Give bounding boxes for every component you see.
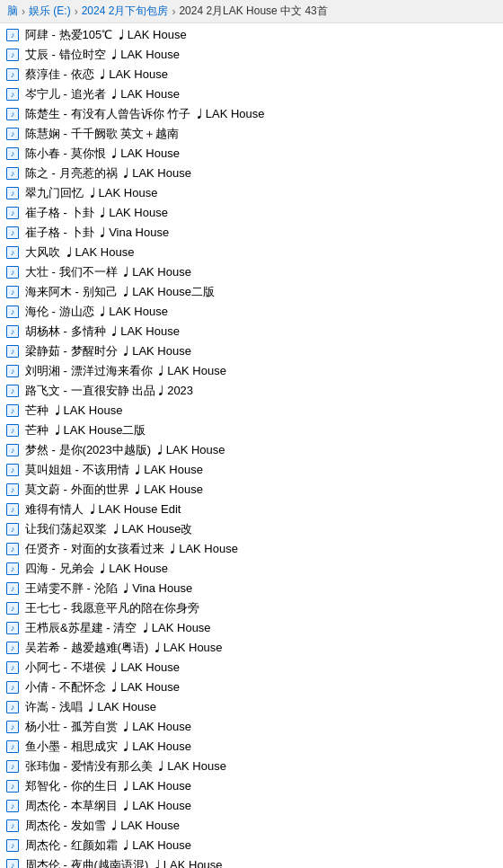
file-list: ♪阿肆 - 热爱105℃ ♩LAK House♪艾辰 - 错位时空 ♩LAK H… (0, 23, 503, 868)
list-item[interactable]: ♪梁静茹 - 梦醒时分 ♩LAK House (0, 341, 503, 361)
list-item[interactable]: ♪陈慧娴 - 千千阙歌 英文＋越南 (0, 124, 503, 144)
music-file-icon: ♪ (5, 324, 20, 339)
music-file-icon: ♪ (5, 858, 20, 868)
list-item[interactable]: ♪崔子格 - 卜卦 ♩Vina House (0, 223, 503, 243)
music-file-icon: ♪ (5, 838, 20, 853)
list-item[interactable]: ♪许嵩 - 浅唱 ♩LAK House (0, 697, 503, 717)
list-item[interactable]: ♪陈之 - 月亮惹的祸 ♩LAK House (0, 164, 503, 183)
list-item[interactable]: ♪王靖雯不胖 - 沦陷 ♩Vina House (0, 579, 503, 598)
music-file-icon: ♪ (5, 779, 20, 793)
file-name: 小倩 - 不配怀念 ♩LAK House (25, 679, 180, 695)
list-item[interactable]: ♪四海 - 兄弟会 ♩LAK House (0, 559, 503, 579)
list-item[interactable]: ♪梦然 - 是你(2023中越版) ♩LAK House (0, 440, 503, 460)
music-file-icon: ♪ (5, 423, 20, 438)
list-item[interactable]: ♪周杰伦 - 红颜如霜 ♩LAK House (0, 836, 503, 855)
list-item[interactable]: ♪艾辰 - 错位时空 ♩LAK House (0, 45, 503, 65)
list-item[interactable]: ♪大壮 - 我们不一样 ♩LAK House (0, 262, 503, 282)
breadcrumb: 脑 › 娱乐 (E:) › 2024 2月下旬包房 › 2024 2月LAK H… (0, 0, 503, 23)
music-file-icon: ♪ (5, 680, 20, 695)
list-item[interactable]: ♪任贤齐 - 对面的女孩看过来 ♩LAK House (0, 539, 503, 559)
music-file-icon: ♪ (5, 483, 20, 497)
music-file-icon: ♪ (5, 364, 20, 378)
file-name: 刘明湘 - 漂洋过海来看你 ♩LAK House (25, 363, 226, 379)
list-item[interactable]: ♪小倩 - 不配怀念 ♩LAK House (0, 678, 503, 697)
file-name: 许嵩 - 浅唱 ♩LAK House (25, 699, 156, 715)
file-name: 梁静茹 - 梦醒时分 ♩LAK House (25, 343, 191, 359)
file-name: 周杰伦 - 本草纲目 ♩LAK House (25, 798, 191, 814)
list-item[interactable]: ♪海来阿木 - 别知己 ♩LAK House二版 (0, 282, 503, 302)
breadcrumb-sep-1: › (22, 5, 25, 18)
breadcrumb-item-brain[interactable]: 脑 (7, 4, 18, 19)
file-name: 王栉辰&苏星建 - 清空 ♩LAK House (25, 620, 211, 636)
music-file-icon: ♪ (5, 562, 20, 576)
list-item[interactable]: ♪难得有情人 ♩LAK House Edit (0, 500, 503, 519)
breadcrumb-sep-2: › (75, 5, 78, 18)
file-name: 杨小壮 - 孤芳自赏 ♩LAK House (25, 719, 191, 735)
list-item[interactable]: ♪莫叫姐姐 - 不该用情 ♩LAK House (0, 460, 503, 480)
file-name: 翠九门回忆 ♩LAK House (25, 185, 157, 201)
list-item[interactable]: ♪杨小壮 - 孤芳自赏 ♩LAK House (0, 717, 503, 737)
music-file-icon: ♪ (5, 799, 20, 813)
music-file-icon: ♪ (5, 305, 20, 319)
music-file-icon: ♪ (5, 146, 20, 161)
list-item[interactable]: ♪陈小春 - 莫你恨 ♩LAK House (0, 144, 503, 164)
music-file-icon: ♪ (5, 285, 20, 299)
list-item[interactable]: ♪莫文蔚 - 外面的世界 ♩LAK House (0, 480, 503, 500)
list-item[interactable]: ♪海伦 - 游山恋 ♩LAK House (0, 302, 503, 322)
music-file-icon: ♪ (5, 443, 20, 457)
music-file-icon: ♪ (5, 384, 20, 398)
music-file-icon: ♪ (5, 226, 20, 240)
file-name: 张玮伽 - 爱情没有那么美 ♩LAK House (25, 758, 226, 775)
list-item[interactable]: ♪鱼小墨 - 相思成灾 ♩LAK House (0, 737, 503, 757)
list-item[interactable]: ♪小阿七 - 不堪侯 ♩LAK House (0, 658, 503, 678)
list-item[interactable]: ♪周杰伦 - 发如雪 ♩LAK House (0, 816, 503, 836)
list-item[interactable]: ♪胡杨林 - 多情种 ♩LAK House (0, 322, 503, 341)
file-name: 海伦 - 游山恋 ♩LAK House (25, 304, 168, 320)
list-item[interactable]: ♪蔡淳佳 - 依恋 ♩LAK House (0, 65, 503, 84)
list-item[interactable]: ♪张玮伽 - 爱情没有那么美 ♩LAK House (0, 757, 503, 776)
list-item[interactable]: ♪吴若希 - 越爱越难(粤语) ♩LAK House (0, 638, 503, 658)
file-name: 郑智化 - 你的生日 ♩LAK House (25, 778, 191, 794)
list-item[interactable]: ♪岑宁儿 - 追光者 ♩LAK House (0, 84, 503, 104)
file-name: 芒种 ♩LAK House (25, 403, 122, 419)
breadcrumb-item-drive[interactable]: 娱乐 (E:) (29, 4, 71, 19)
music-file-icon: ♪ (5, 48, 20, 62)
breadcrumb-item-current: 2024 2月LAK House 中文 43首 (179, 4, 327, 19)
list-item[interactable]: ♪芒种 ♩LAK House二版 (0, 421, 503, 440)
music-file-icon: ♪ (5, 186, 20, 200)
file-name: 周杰伦 - 夜曲(越南语混) ♩LAK House (25, 857, 223, 868)
music-file-icon: ♪ (5, 522, 20, 536)
list-item[interactable]: ♪刘明湘 - 漂洋过海来看你 ♩LAK House (0, 361, 503, 381)
file-name: 让我们荡起双桨 ♩LAK House改 (25, 521, 192, 537)
file-name: 吴若希 - 越爱越难(粤语) ♩LAK House (25, 640, 223, 656)
file-name: 芒种 ♩LAK House二版 (25, 422, 146, 438)
file-name: 大壮 - 我们不一样 ♩LAK House (25, 264, 191, 280)
file-name: 周杰伦 - 红颜如霜 ♩LAK House (25, 837, 191, 854)
list-item[interactable]: ♪王七七 - 我愿意平凡的陪在你身旁 (0, 598, 503, 618)
list-item[interactable]: ♪大风吹 ♩LAK House (0, 243, 503, 262)
file-name: 任贤齐 - 对面的女孩看过来 ♩LAK House (25, 541, 238, 557)
file-name: 路飞文 - 一直很安静 出品♩2023 (25, 383, 193, 399)
file-name: 陈慧娴 - 千千阙歌 英文＋越南 (25, 126, 179, 142)
list-item[interactable]: ♪路飞文 - 一直很安静 出品♩2023 (0, 381, 503, 401)
list-item[interactable]: ♪王栉辰&苏星建 - 清空 ♩LAK House (0, 618, 503, 638)
list-item[interactable]: ♪让我们荡起双桨 ♩LAK House改 (0, 519, 503, 539)
music-file-icon: ♪ (5, 127, 20, 141)
music-file-icon: ♪ (5, 166, 20, 181)
list-item[interactable]: ♪阿肆 - 热爱105℃ ♩LAK House (0, 25, 503, 45)
file-name: 梦然 - 是你(2023中越版) ♩LAK House (25, 442, 225, 458)
music-file-icon: ♪ (5, 759, 20, 774)
music-file-icon: ♪ (5, 660, 20, 675)
breadcrumb-item-folder[interactable]: 2024 2月下旬包房 (82, 4, 169, 19)
list-item[interactable]: ♪周杰伦 - 本草纲目 ♩LAK House (0, 796, 503, 816)
list-item[interactable]: ♪陈楚生 - 有没有人曾告诉你 竹子 ♩LAK House (0, 104, 503, 124)
music-file-icon: ♪ (5, 87, 20, 102)
list-item[interactable]: ♪崔子格 - 卜卦 ♩LAK House (0, 203, 503, 223)
list-item[interactable]: ♪郑智化 - 你的生日 ♩LAK House (0, 776, 503, 796)
list-item[interactable]: ♪芒种 ♩LAK House (0, 401, 503, 421)
music-file-icon: ♪ (5, 502, 20, 517)
list-item[interactable]: ♪周杰伦 - 夜曲(越南语混) ♩LAK House (0, 855, 503, 868)
music-file-icon: ♪ (5, 819, 20, 833)
list-item[interactable]: ♪翠九门回忆 ♩LAK House (0, 183, 503, 203)
music-file-icon: ♪ (5, 700, 20, 714)
